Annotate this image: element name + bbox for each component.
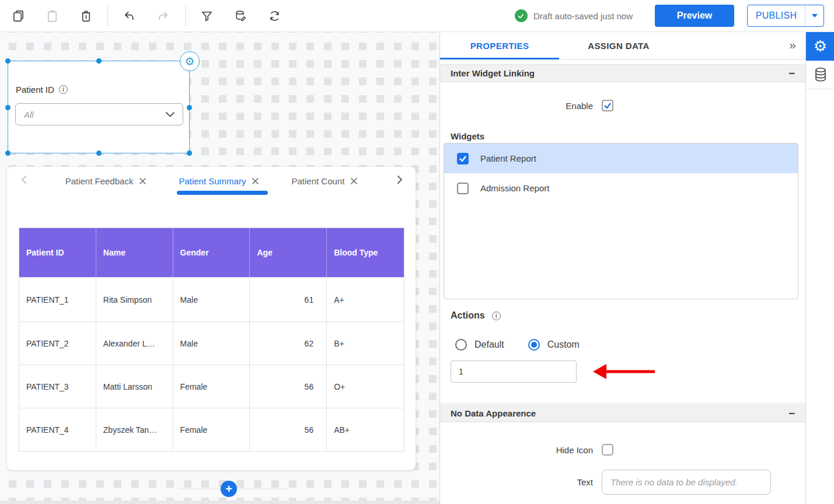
widget-link-checkbox[interactable] — [457, 153, 469, 164]
check-icon — [603, 102, 612, 110]
tab-patient-summary[interactable]: Patient Summary — [179, 176, 259, 186]
default-radio[interactable] — [455, 339, 467, 351]
combobox-input[interactable]: All — [15, 103, 183, 125]
section-inter-widget-linking[interactable]: Inter Widget Linking − — [440, 64, 805, 82]
resize-handle-se[interactable] — [187, 150, 192, 156]
close-icon — [252, 178, 259, 184]
toolbar-right-group: Draft auto-saved just now Preview PUBLIS… — [515, 5, 834, 27]
hide-icon-row: Hide Icon — [440, 444, 613, 456]
grid-cell: 56 — [250, 408, 327, 451]
collapse-section-icon[interactable]: − — [788, 408, 795, 419]
grid-cell: Male — [173, 277, 250, 321]
section-title: Inter Widget Linking — [451, 68, 535, 78]
tab-assign-data[interactable]: ASSIGN DATA — [559, 32, 678, 59]
section-divider — [440, 402, 805, 403]
tab-patient-feedback[interactable]: Patient Feedback — [65, 176, 146, 186]
resize-handle-nw[interactable] — [5, 58, 11, 64]
grid-cell: 56 — [250, 365, 327, 408]
resize-handle-e[interactable] — [187, 105, 192, 110]
tab-properties[interactable]: PROPERTIES — [440, 32, 559, 59]
resize-handle-sw[interactable] — [5, 150, 11, 156]
grid-cell: O+ — [327, 365, 404, 408]
dashboard-canvas[interactable]: ⚙ Patient ID i All Patient Feedback Pati… — [0, 32, 439, 504]
database-icon — [814, 67, 828, 82]
refresh-button[interactable] — [257, 0, 291, 32]
grid-header-cell: Name — [96, 228, 173, 277]
widget-link-label[interactable]: Admission Report — [480, 183, 549, 193]
no-data-text-input[interactable] — [602, 470, 771, 495]
tab-close-button[interactable] — [139, 178, 146, 184]
publish-dropdown-button[interactable] — [805, 5, 823, 26]
close-icon — [351, 178, 357, 184]
resize-handle-w[interactable] — [5, 105, 11, 110]
check-icon — [459, 155, 467, 163]
combobox-widget[interactable]: ⚙ Patient ID i All — [8, 61, 190, 153]
tabs-scroll-left-button[interactable] — [21, 175, 27, 187]
resize-handle-n[interactable] — [96, 58, 102, 64]
tab-patient-count[interactable]: Patient Count — [291, 176, 357, 186]
grid-cell: AB+ — [327, 408, 404, 451]
tab-close-button[interactable] — [252, 178, 259, 184]
gear-icon: ⚙ — [814, 37, 827, 55]
grid-cell: PATIENT_2 — [19, 321, 96, 365]
copy-icon — [12, 9, 25, 23]
resize-handle-s[interactable] — [96, 150, 102, 156]
grid-cell: Female — [173, 408, 250, 451]
dashboard-tabset: Patient Feedback Patient Summary Patient… — [65, 176, 358, 186]
collapse-panel-button[interactable]: » — [789, 38, 796, 52]
autosave-status-text: Draft auto-saved just now — [533, 11, 633, 21]
panel-tabs: PROPERTIES ASSIGN DATA » — [440, 32, 805, 60]
section-title: No Data Appearence — [451, 408, 536, 418]
widget-settings-button[interactable]: ⚙ — [180, 51, 200, 71]
widget-link-label[interactable]: Patient Report — [480, 153, 536, 163]
default-radio-label[interactable]: Default — [474, 340, 504, 350]
grid-cell: PATIENT_1 — [19, 277, 96, 321]
tab-widget[interactable]: Patient Feedback Patient Summary Patient… — [7, 167, 416, 470]
enable-checkbox[interactable] — [602, 100, 613, 111]
tab-label[interactable]: Patient Feedback — [65, 176, 134, 186]
collapse-section-icon[interactable]: − — [788, 68, 795, 79]
settings-rail-button[interactable]: ⚙ — [806, 32, 834, 61]
tab-label[interactable]: Patient Count — [291, 176, 344, 186]
add-widget-button[interactable]: + — [221, 481, 237, 497]
grid-header-cell: Blood Type — [327, 228, 404, 277]
horizontal-scrollbar[interactable] — [0, 501, 439, 504]
hide-icon-checkbox[interactable] — [602, 444, 613, 456]
preview-button[interactable]: Preview — [655, 5, 734, 27]
actions-title: Actions — [451, 310, 485, 321]
copy-button[interactable] — [1, 0, 35, 32]
chevron-down-icon — [166, 112, 175, 117]
info-icon[interactable]: i — [59, 85, 68, 94]
filter-icon — [200, 9, 214, 23]
filter-button[interactable] — [190, 0, 224, 32]
undo-icon — [123, 9, 136, 23]
delete-button[interactable] — [69, 0, 103, 32]
grid-header-cell: Gender — [173, 228, 250, 277]
hide-icon-label: Hide Icon — [440, 445, 593, 455]
datasource-edit-icon — [234, 9, 247, 23]
custom-value-input[interactable] — [451, 360, 577, 383]
info-icon[interactable]: i — [492, 312, 501, 320]
toolbar: Draft auto-saved just now Preview PUBLIS… — [0, 0, 834, 32]
grid-cell: Female — [173, 365, 250, 408]
actions-title-row: Actions i — [451, 310, 501, 321]
widget-link-item-admission-report[interactable]: Admission Report — [444, 173, 798, 203]
undo-button[interactable] — [112, 0, 146, 32]
widget-link-checkbox[interactable] — [457, 183, 469, 194]
datasource-rail-button[interactable] — [806, 61, 834, 89]
enable-row: Enable — [440, 100, 613, 111]
grid-cell: Rita Simpson — [96, 277, 173, 321]
grid-cell: PATIENT_4 — [19, 408, 96, 451]
annotation-arrow-icon — [591, 362, 657, 382]
widget-link-item-patient-report[interactable]: Patient Report — [444, 144, 798, 173]
publish-label[interactable]: PUBLISH — [748, 5, 805, 26]
tabs-scroll-right-button[interactable] — [397, 175, 403, 187]
custom-radio-label[interactable]: Custom — [547, 340, 580, 350]
publish-button[interactable]: PUBLISH — [747, 5, 824, 27]
custom-radio[interactable] — [528, 339, 540, 351]
tab-label[interactable]: Patient Summary — [179, 176, 246, 186]
tab-close-button[interactable] — [351, 178, 357, 184]
datasource-edit-button[interactable] — [224, 0, 257, 32]
grid-cell: B+ — [327, 321, 404, 365]
section-no-data-appearence[interactable]: No Data Appearence − — [440, 404, 805, 422]
